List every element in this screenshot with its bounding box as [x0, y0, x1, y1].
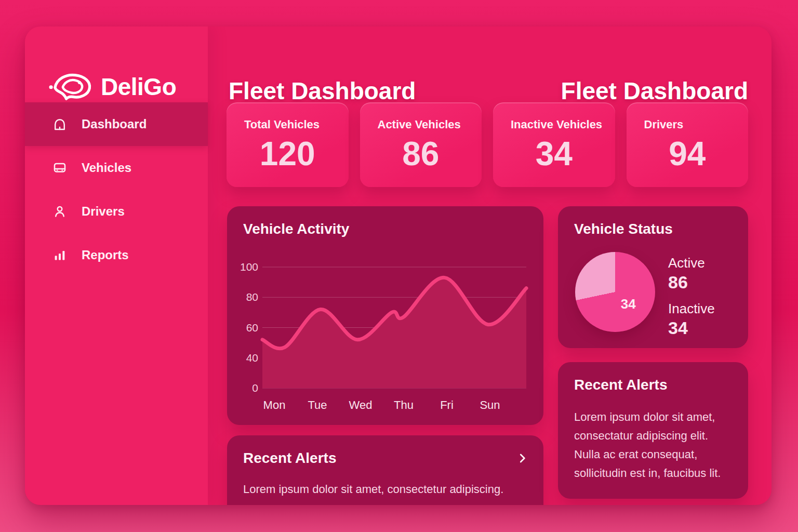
fleet-dashboard-app: { "app": { "brand": "DeliGo" }, "sidebar…	[0, 0, 798, 532]
recent-alerts-title: Recent Alerts	[574, 377, 667, 393]
sidebar-item-label: Reports	[82, 248, 129, 262]
activity-line	[262, 277, 526, 349]
x-tick-label: Mon	[263, 398, 286, 411]
dashboard-panel: DeliGo Dashboard Vehicles	[25, 26, 772, 505]
sidebar-item-dashboard[interactable]: Dashboard	[25, 102, 208, 146]
x-tick-label: Tue	[308, 398, 327, 411]
recent-alerts-card-left[interactable]: Recent Alerts Lorem ipsum dolor sit amet…	[227, 435, 543, 505]
recent-alerts-text: Lorem ipsum dolor sit amet, consectetur …	[243, 480, 530, 499]
stat-value: 120	[227, 135, 349, 173]
stat-label: Total Vehicles	[244, 118, 320, 131]
sidebar-item-drivers[interactable]: Drivers	[25, 190, 208, 233]
stat-value: 86	[360, 135, 482, 173]
sidebar-item-label: Dashboard	[82, 117, 147, 131]
bar-chart-icon	[52, 247, 68, 263]
sidebar-item-label: Vehicles	[82, 161, 131, 175]
x-tick-label: Wed	[349, 398, 373, 411]
x-tick-label: Thu	[394, 398, 414, 411]
legend-value-active: 86	[668, 272, 715, 292]
legend-value-inactive: 34	[668, 318, 715, 338]
bus-icon	[52, 160, 68, 176]
stat-value: 34	[493, 135, 615, 173]
stat-card-inactive-vehicles: Inactive Vehicles 34	[493, 102, 615, 187]
stat-value: 94	[627, 135, 749, 173]
chevron-right-icon[interactable]	[515, 451, 529, 465]
deligo-bird-icon	[49, 71, 95, 102]
vehicle-status-pie-chart	[575, 252, 655, 332]
stats-row: Total Vehicles 120 Active Vehicles 86 In…	[227, 102, 748, 187]
y-tick-label: 60	[246, 322, 258, 334]
recent-alerts-header: Recent Alerts	[574, 377, 734, 393]
x-tick-label: Sun	[480, 398, 500, 411]
recent-alerts-card-right: Recent Alerts Lorem ipsum dolor sit amet…	[558, 362, 748, 499]
y-tick-label: 40	[246, 352, 258, 364]
recent-alerts-header: Recent Alerts	[243, 450, 529, 467]
brand-name: DeliGo	[101, 73, 176, 101]
vehicle-status-title: Vehicle Status	[574, 221, 673, 237]
brand-logo: DeliGo	[49, 71, 176, 102]
vehicle-status-card: Vehicle Status 34 Active 86 Inactive 34	[558, 206, 748, 348]
vehicle-activity-title: Vehicle Activity	[243, 221, 349, 237]
stat-label: Inactive Vehicles	[511, 118, 602, 131]
main-content: Fleet Dashboard Fleet Dashboard Total Ve…	[208, 26, 772, 505]
page-title-right: Fleet Dashboard	[561, 77, 748, 105]
y-tick-label: 80	[246, 291, 258, 303]
sidebar-item-reports[interactable]: Reports	[25, 233, 208, 277]
page-title: Fleet Dashboard	[229, 77, 416, 105]
stat-label: Drivers	[644, 118, 684, 131]
sidebar-item-label: Drivers	[82, 204, 125, 219]
recent-alerts-title: Recent Alerts	[243, 450, 336, 467]
y-tick-label: 100	[240, 261, 258, 273]
legend-label-inactive: Inactive	[668, 301, 715, 317]
vehicle-status-legend: Active 86 Inactive 34	[668, 255, 715, 347]
vehicle-status-pie-wrap: 34	[575, 252, 655, 332]
stat-card-drivers: Drivers 94	[627, 102, 749, 187]
vehicle-activity-chart: 0406080100MonTueWedThuFriSun	[227, 257, 543, 419]
sidebar-nav: Dashboard Vehicles Drivers	[25, 102, 208, 277]
legend-label-active: Active	[668, 255, 715, 271]
home-icon	[52, 116, 68, 132]
y-tick-label: 0	[252, 382, 258, 394]
vehicle-activity-card: Vehicle Activity 0406080100MonTueWedThuF…	[227, 206, 543, 425]
stat-label: Active Vehicles	[378, 118, 461, 131]
recent-alerts-text: Lorem ipsum dolor sit amet, consectatur …	[574, 408, 736, 483]
sidebar-item-vehicles[interactable]: Vehicles	[25, 146, 208, 190]
x-tick-label: Fri	[440, 398, 454, 411]
stat-card-active-vehicles: Active Vehicles 86	[360, 102, 482, 187]
activity-area-fill	[262, 277, 526, 388]
pie-slice-label: 34	[621, 296, 636, 312]
sidebar: DeliGo Dashboard Vehicles	[25, 26, 208, 505]
stat-card-total-vehicles: Total Vehicles 120	[227, 102, 349, 187]
person-icon	[52, 204, 68, 219]
